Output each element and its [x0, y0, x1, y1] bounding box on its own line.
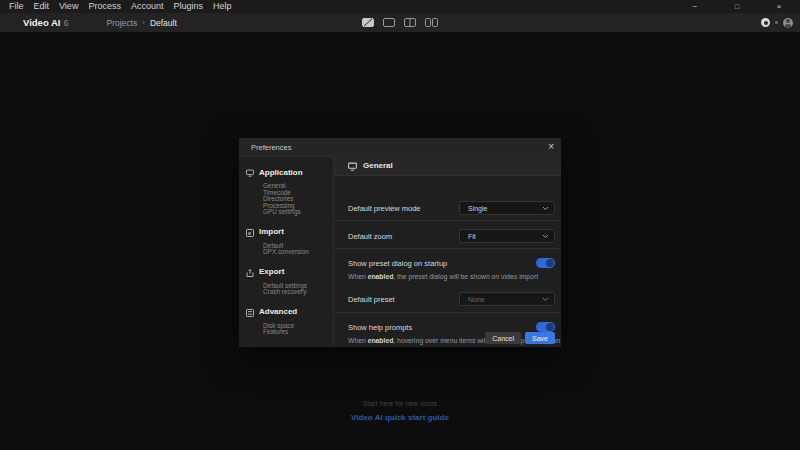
- dialog-actions: Cancel Save: [485, 332, 555, 344]
- menu-process[interactable]: Process: [83, 0, 126, 13]
- menu-help[interactable]: Help: [208, 0, 237, 13]
- sidebar-item-export[interactable]: Export: [246, 263, 333, 281]
- preferences-panel: General Default preview mode Single Defa…: [333, 156, 561, 347]
- processing-queue-icon[interactable]: [761, 18, 770, 27]
- toolbar-right: [761, 13, 793, 32]
- advanced-icon: [246, 303, 254, 321]
- default-zoom-label: Default zoom: [348, 232, 392, 241]
- default-preview-mode-dropdown[interactable]: Single: [459, 201, 555, 215]
- import-icon: [246, 223, 254, 241]
- app-toolbar: Video AI6 Projects › Default: [0, 13, 800, 32]
- maximize-icon[interactable]: □: [716, 0, 758, 13]
- breadcrumb: Projects › Default: [107, 18, 177, 28]
- account-avatar[interactable]: [783, 18, 793, 28]
- quick-start-guide-link[interactable]: Video AI quick start guide: [0, 413, 800, 422]
- chevron-down-icon: [542, 206, 549, 211]
- status-dot-icon: [775, 21, 778, 24]
- split-view-icon[interactable]: [404, 18, 416, 27]
- sidebar-item-dpx-conversion[interactable]: DPX conversion: [263, 249, 333, 256]
- default-preset-dropdown[interactable]: None: [459, 292, 555, 306]
- close-dialog-icon[interactable]: ×: [548, 141, 554, 153]
- breadcrumb-projects[interactable]: Projects: [107, 18, 138, 28]
- row-separator: [334, 248, 561, 249]
- menu-view[interactable]: View: [54, 0, 83, 13]
- application-icon: [246, 163, 254, 181]
- show-preset-dialog-label: Show preset dialog on startup: [348, 259, 447, 268]
- default-zoom-dropdown[interactable]: Fit: [459, 229, 555, 243]
- menu-bar: File Edit View Process Account Plugins H…: [0, 0, 800, 13]
- preview-mode-toolbar: [362, 13, 438, 32]
- sidebar-group-application: Application General Timecode Directories…: [246, 163, 333, 216]
- default-preset-label: Default preset: [348, 295, 395, 304]
- full-view-icon[interactable]: [383, 18, 395, 27]
- chevron-right-icon: ›: [142, 18, 145, 27]
- dialog-title: Preferences: [251, 143, 291, 152]
- minimize-icon[interactable]: −: [674, 0, 716, 13]
- row-separator: [334, 312, 561, 313]
- export-icon: [246, 263, 254, 281]
- sidebar-item-advanced[interactable]: Advanced: [246, 303, 333, 321]
- show-help-prompts-toggle[interactable]: [536, 322, 555, 332]
- sidebar-item-features[interactable]: Features: [263, 329, 333, 336]
- general-section-icon: [348, 157, 357, 175]
- sidebar-item-crash-recovery[interactable]: Crash recovery: [263, 289, 333, 296]
- sidebar-item-application[interactable]: Application: [246, 163, 333, 181]
- panel-header: General: [334, 156, 561, 176]
- breadcrumb-current[interactable]: Default: [150, 18, 177, 28]
- sidebar-item-gpu-settings[interactable]: GPU settings: [263, 209, 333, 216]
- cancel-button[interactable]: Cancel: [485, 332, 521, 344]
- menu-file[interactable]: File: [4, 0, 29, 13]
- preferences-sidebar: Application General Timecode Directories…: [239, 156, 333, 347]
- preferences-dialog: Preferences × Application General Timeco…: [238, 137, 562, 348]
- new-user-hint: Start here for new users: [0, 400, 800, 407]
- chevron-down-icon: [542, 297, 549, 302]
- show-preset-dialog-description: When enabled, the preset dialog will be …: [348, 273, 538, 280]
- side-by-side-view-icon[interactable]: [425, 18, 438, 27]
- sidebar-group-import: Import Default DPX conversion: [246, 223, 333, 256]
- menu-plugins[interactable]: Plugins: [168, 0, 208, 13]
- show-preset-dialog-toggle[interactable]: [536, 258, 555, 268]
- default-preview-mode-label: Default preview mode: [348, 204, 421, 213]
- app-version: 6: [63, 18, 68, 28]
- chevron-down-icon: [542, 234, 549, 239]
- single-view-icon[interactable]: [362, 18, 374, 27]
- show-help-prompts-label: Show help prompts: [348, 323, 412, 332]
- close-window-icon[interactable]: ×: [758, 0, 800, 13]
- sidebar-group-advanced: Advanced Disk space Features: [246, 303, 333, 336]
- row-separator: [334, 220, 561, 221]
- menu-edit[interactable]: Edit: [29, 0, 55, 13]
- panel-header-title: General: [363, 161, 393, 170]
- sidebar-group-export: Export Default settings Crash recovery: [246, 263, 333, 296]
- app-title: Video AI6: [23, 17, 69, 28]
- dialog-titlebar: Preferences ×: [239, 138, 561, 157]
- app-window: File Edit View Process Account Plugins H…: [0, 0, 800, 450]
- save-button[interactable]: Save: [525, 332, 555, 344]
- menu-account[interactable]: Account: [126, 0, 169, 13]
- window-controls: − □ ×: [674, 0, 800, 13]
- toggle-knob: [546, 323, 554, 331]
- sidebar-item-import[interactable]: Import: [246, 223, 333, 241]
- toggle-knob: [546, 259, 554, 267]
